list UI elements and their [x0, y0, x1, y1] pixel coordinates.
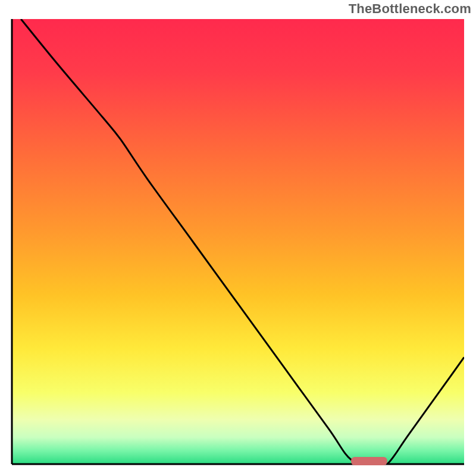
bottleneck-chart: [0, 0, 476, 476]
optimal-marker: [351, 457, 387, 465]
chart-frame: TheBottleneck.com: [0, 0, 476, 476]
gradient-background: [12, 19, 464, 464]
